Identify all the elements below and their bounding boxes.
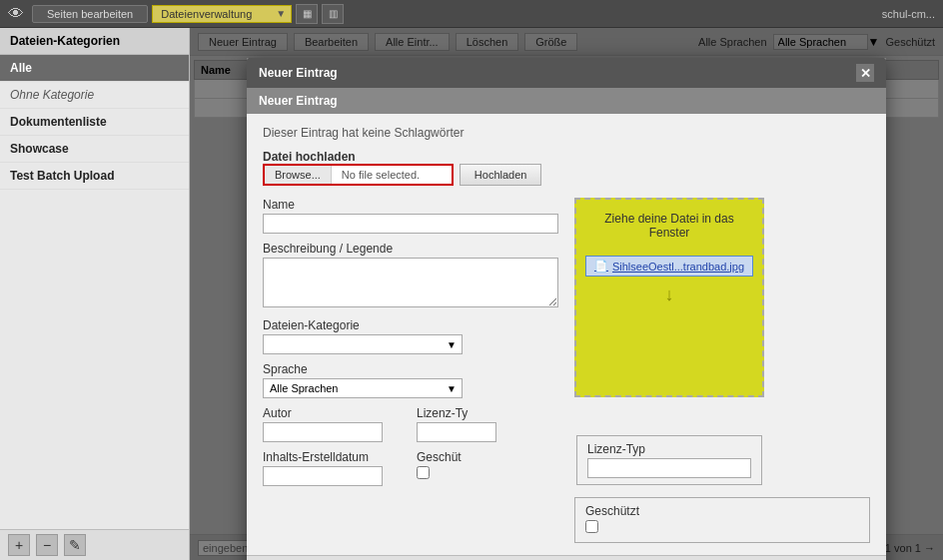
kategorie-select-wrap: ▼ [263, 334, 463, 354]
kategorie-field-row: Dateien-Kategorie ▼ [263, 318, 558, 354]
app-title: schul-cm... [882, 8, 935, 20]
module-select-wrap: Dateienverwaltung Seitenübersicht ▼ [152, 5, 292, 23]
upload-button[interactable]: Hochladen [460, 164, 542, 186]
sidebar-item-dokumentenliste[interactable]: Dokumentenliste [0, 109, 189, 136]
geschutzt-panel-label: Geschützt [585, 504, 859, 518]
file-icon: 📄 [594, 260, 608, 273]
form-col-right: Ziehe deine Datei in das Fenster 📄 Sihls… [574, 198, 870, 543]
sidebar-item-test-batch-upload[interactable]: Test Batch Upload [0, 163, 189, 190]
modal-body: Dieser Eintrag hat keine Schlagwörter Da… [247, 114, 886, 555]
autor-label: Autor [263, 406, 405, 420]
file-upload-label: Datei hochladen [263, 150, 356, 164]
add-category-button[interactable]: + [8, 534, 30, 556]
sidebar: Dateien-Kategorien Alle Ohne Kategorie D… [0, 28, 190, 560]
file-upload-row: Browse... No file selected. Hochladen [263, 164, 870, 186]
sidebar-item-ohne-kategorie[interactable]: Ohne Kategorie [0, 82, 189, 109]
sidebar-footer: + − ✎ [0, 529, 189, 560]
geschutzt-panel-checkbox[interactable] [585, 520, 598, 533]
modal-title: Neuer Eintrag [259, 66, 338, 80]
sidebar-item-showcase[interactable]: Showcase [0, 136, 189, 163]
form-cols: Name Beschreibung / Legende Dateien-Kate… [263, 198, 870, 543]
file-upload-inner: Browse... No file selected. [263, 164, 454, 186]
top-bar: 👁 Seiten bearbeiten Dateienverwaltung Se… [0, 0, 943, 28]
geschutzt-checkbox-label: Geschüt [417, 450, 558, 464]
inhalts-label: Inhalts-Erstelldatum [263, 450, 405, 464]
pages-edit-button[interactable]: Seiten bearbeiten [32, 5, 148, 23]
lizenz-typ-label: Lizenz-Typ [587, 442, 751, 456]
autor-lizenz-row: Autor Lizenz-Ty [263, 406, 558, 442]
modal-warning: Dieser Eintrag hat keine Schlagwörter [263, 126, 870, 140]
sidebar-header: Dateien-Kategorien [0, 28, 189, 55]
module-select[interactable]: Dateienverwaltung Seitenübersicht [152, 5, 292, 23]
beschreibung-field-row: Beschreibung / Legende [263, 242, 558, 310]
eye-icon[interactable]: 👁 [8, 5, 24, 23]
modal-header-text: Neuer Eintrag [259, 94, 338, 108]
browse-button[interactable]: Browse... [265, 166, 332, 184]
drop-arrow-icon: ↓ [665, 284, 674, 305]
drop-zone[interactable]: Ziehe deine Datei in das Fenster 📄 Sihls… [574, 198, 764, 397]
modal: Neuer Eintrag ✕ Neuer Eintrag Dieser Ein… [247, 58, 886, 560]
kategorie-label: Dateien-Kategorie [263, 318, 558, 332]
modal-header: Neuer Eintrag [247, 88, 886, 114]
edit-category-button[interactable]: ✎ [64, 534, 86, 556]
geschutzt-col: Geschüt [417, 450, 558, 486]
inhalts-geschutzt-row: Inhalts-Erstelldatum Geschüt [263, 450, 558, 486]
lizenz-ty-input[interactable] [417, 422, 496, 442]
beschreibung-textarea[interactable] [263, 258, 558, 307]
kategorie-select[interactable] [263, 334, 463, 354]
modal-overlay: Neuer Eintrag ✕ Neuer Eintrag Dieser Ein… [190, 28, 943, 560]
inhalts-col: Inhalts-Erstelldatum [263, 450, 405, 486]
beschreibung-label: Beschreibung / Legende [263, 242, 558, 256]
remove-category-button[interactable]: − [36, 534, 58, 556]
lizenz-typ-panel: Lizenz-Typ [576, 435, 762, 485]
sprache-label: Sprache [263, 362, 558, 376]
lizenz-typ-input[interactable] [587, 458, 751, 478]
geschutzt-panel: Geschützt [574, 497, 870, 543]
modal-close-button[interactable]: ✕ [856, 64, 874, 82]
geschutzt-checkbox[interactable] [417, 466, 430, 479]
name-label: Name [263, 198, 558, 212]
file-upload-section: Datei hochladen Browse... No file select… [263, 150, 870, 186]
sprache-select[interactable]: Alle Sprachen [263, 378, 463, 398]
autor-col: Autor [263, 406, 405, 442]
no-file-text: No file selected. [332, 166, 452, 184]
top-bar-icons: ▦ ▥ [296, 4, 344, 24]
name-field-row: Name [263, 198, 558, 234]
drop-file-name: SihlseeOestl...trandbad.jpg [612, 261, 744, 273]
autor-input[interactable] [263, 422, 383, 442]
sidebar-item-alle[interactable]: Alle [0, 55, 189, 82]
main-layout: Dateien-Kategorien Alle Ohne Kategorie D… [0, 28, 943, 560]
form-col-left: Name Beschreibung / Legende Dateien-Kate… [263, 198, 558, 543]
lizenz-ty-label: Lizenz-Ty [417, 406, 558, 420]
drop-zone-file[interactable]: 📄 SihlseeOestl...trandbad.jpg [585, 256, 753, 277]
modal-titlebar: Neuer Eintrag ✕ [247, 58, 886, 88]
sprache-field-row: Sprache Alle Sprachen ▼ [263, 362, 558, 398]
drop-zone-text: Ziehe deine Datei in das Fenster [588, 212, 750, 240]
content-area: Neuer Eintrag Bearbeiten Alle Eintr... L… [190, 28, 943, 560]
name-input[interactable] [263, 214, 558, 234]
inhalts-input[interactable] [263, 466, 383, 486]
sprache-select-wrap: Alle Sprachen ▼ [263, 378, 463, 398]
lizenz-ty-col: Lizenz-Ty [417, 406, 558, 442]
layout-icon-2[interactable]: ▥ [322, 4, 344, 24]
modal-footer: Abbrechen Speichern [247, 555, 886, 560]
layout-icon-1[interactable]: ▦ [296, 4, 318, 24]
